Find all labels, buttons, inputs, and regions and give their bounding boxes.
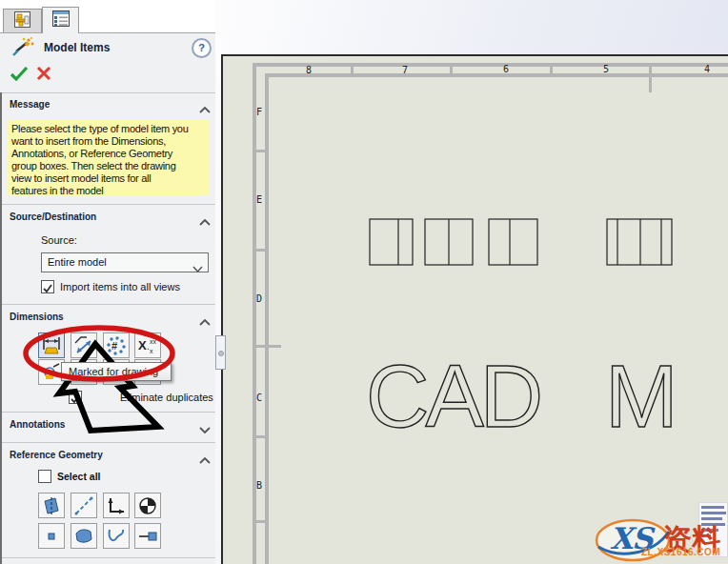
divider [0,412,215,413]
ok-button[interactable] [10,65,29,86]
panel-splitter-handle[interactable] [215,335,226,370]
top-ruler-label: 8 [306,65,312,75]
screen-left-edge [0,92,2,564]
dimension-button-hole-wizard-locations[interactable]: # [103,332,130,358]
left-ruler-label: D [256,293,262,304]
refgeo-button-surface[interactable] [71,523,97,549]
refgeo-button-origin-point[interactable] [134,493,161,518]
dropdown-chevron-down-icon [192,260,203,278]
divider [0,304,215,305]
refgeo-button-curve[interactable] [103,523,130,549]
dimension-button-not-marked-for-drawing[interactable] [71,332,97,358]
reference-geometry-header: Reference Geometry [10,450,103,460]
watermark-site-name: 资料网 [663,520,728,564]
eliminate-duplicates-label: Eliminate duplicates [120,392,213,403]
left-ruler-label: F [256,107,262,117]
solidworks-window: Model Items ? Message Please select the … [0,0,728,564]
divider [0,92,215,93]
top-ruler-label: 4 [704,64,710,74]
source-destination-collapse-chevron-up-icon[interactable] [198,213,212,225]
select-all-label: Select all [57,471,101,482]
dimension-button-marked-for-drawing[interactable] [38,332,65,358]
message-header: Message [10,99,50,110]
top-ruler-label: 5 [603,64,609,74]
reference-geometry-collapse-chevron-up-icon[interactable] [198,452,212,463]
tooltip-marked-for-drawing: Marked for drawing [61,362,172,381]
message-body: Please select the type of model item you… [7,120,209,195]
source-destination-header: Source/Destination [10,212,96,222]
dimension-button-toleranced-dimensions[interactable]: X . xx x [134,332,161,358]
svg-text:xx: xx [150,338,157,345]
watermark-site-url: ZL.XS1616.COM [641,547,720,557]
left-ruler-label: E [256,194,262,205]
refgeo-button-axis[interactable] [71,493,97,518]
refgeo-button-mate-reference[interactable] [134,523,161,549]
top-ruler-label: 7 [402,65,408,75]
divider [0,557,215,558]
left-ruler-label: B [256,480,262,491]
source-dropdown[interactable]: Entire model [41,252,209,272]
outline-text-cad: CAD [366,348,540,445]
svg-text:#: # [111,340,117,352]
outline-text-m: M [605,348,678,445]
tab-display-pane[interactable] [42,7,79,33]
model-items-wand-icon [10,36,35,61]
annotations-expand-chevron-down-icon[interactable] [198,421,212,433]
property-manager-panel: Model Items ? Message Please select the … [0,0,215,564]
dimensions-header: Dimensions [10,312,64,322]
panel-tab-bar [0,0,215,33]
sheet-border-lines [253,63,728,564]
help-icon[interactable]: ? [192,38,212,58]
divider [0,442,215,443]
refgeo-button-coordinate-system[interactable] [103,493,130,518]
top-ruler-label: 6 [503,64,509,74]
select-all-checkbox[interactable] [38,470,51,483]
display-pane-tab-icon [52,10,70,30]
drawing-viewport: CAD M 8 7 6 5 4 F E D C B XS 资料网 ZL.XS16 [215,0,728,564]
sheet-graphics: CAD M [215,0,728,564]
panel-title-row: Model Items ? [0,36,215,61]
svg-text:x: x [150,348,153,354]
svg-text:X: X [138,338,147,352]
import-items-checkbox[interactable] [41,280,54,293]
outline-box-glyphs [370,219,672,265]
property-manager-tab-icon [14,11,30,31]
source-label: Source: [41,234,77,246]
splitter-grip-icon [218,351,224,356]
refgeo-button-plane[interactable] [38,493,65,518]
import-items-label: Import items into all views [60,281,180,292]
panel-title: Model Items [44,41,110,54]
cancel-button[interactable] [35,65,52,86]
annotations-header: Annotations [10,419,65,430]
dimensions-collapse-chevron-up-icon[interactable] [198,313,212,325]
tab-property-manager[interactable] [3,9,42,32]
eliminate-duplicates-checkbox[interactable] [69,391,82,404]
refgeo-button-point[interactable] [38,523,65,549]
source-dropdown-value: Entire model [48,256,107,268]
left-ruler-label: C [256,393,262,403]
divider [0,204,215,205]
message-collapse-chevron-up-icon[interactable] [198,101,212,112]
